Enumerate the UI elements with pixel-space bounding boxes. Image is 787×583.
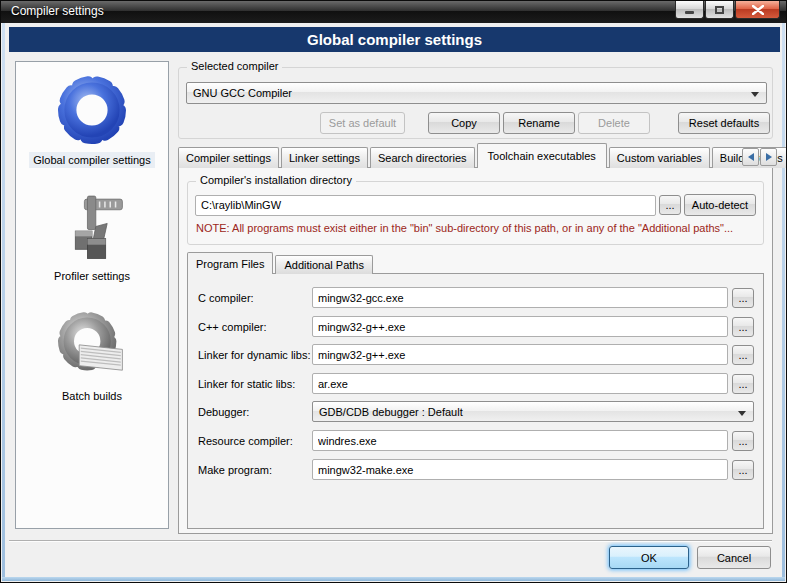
sidebar-item-label: Batch builds (58, 388, 126, 404)
selected-compiler-group: Selected compiler GNU GCC Compiler Set a… (178, 67, 773, 139)
minimize-button[interactable] (675, 1, 704, 19)
ok-button[interactable]: OK (609, 546, 689, 569)
settings-category-sidebar: Global compiler settings Profiler settin… (15, 61, 169, 529)
tab-custom-variables[interactable]: Custom variables (609, 147, 710, 168)
c-compiler-row: C compiler: ... (198, 287, 754, 308)
compiler-settings-dialog: Compiler settings Global compiler settin… (0, 0, 787, 583)
gray-gear-stack-icon (52, 306, 132, 386)
dynamic-linker-label: Linker for dynamic libs: (198, 349, 312, 361)
cpp-compiler-browse-button[interactable]: ... (732, 317, 754, 337)
chevron-down-icon (738, 411, 746, 416)
delete-button[interactable]: Delete (578, 112, 650, 134)
installation-directory-input[interactable] (195, 195, 656, 216)
make-program-label: Make program: (198, 464, 312, 476)
tab-search-directories[interactable]: Search directories (370, 147, 475, 168)
maximize-button[interactable] (705, 1, 734, 19)
close-button[interactable] (735, 1, 780, 19)
installation-directory-label: Compiler's installation directory (196, 174, 356, 186)
sidebar-item-label: Profiler settings (50, 268, 134, 284)
cpp-compiler-label: C++ compiler: (198, 321, 312, 333)
arrow-left-icon (748, 153, 754, 161)
c-compiler-browse-button[interactable]: ... (732, 288, 754, 308)
compiler-select[interactable]: GNU GCC Compiler (186, 82, 767, 104)
dynamic-linker-browse-button[interactable]: ... (732, 345, 754, 365)
cancel-button[interactable]: Cancel (697, 546, 771, 569)
resource-compiler-label: Resource compiler: (198, 435, 312, 447)
maximize-icon (715, 6, 724, 14)
copy-button[interactable]: Copy (428, 112, 500, 134)
resource-compiler-input[interactable] (312, 430, 728, 451)
reset-defaults-button[interactable]: Reset defaults (678, 112, 770, 134)
dynamic-linker-input[interactable] (312, 344, 728, 365)
program-files-panel: C compiler: ... C++ compiler: ... Linker… (187, 273, 764, 529)
sidebar-item-global-compiler-settings[interactable]: Global compiler settings (29, 70, 154, 168)
compiler-select-value: GNU GCC Compiler (193, 87, 292, 99)
tab-scroll-right-button[interactable] (760, 148, 777, 166)
caliper-icon (54, 190, 130, 266)
browse-directory-button[interactable]: ... (659, 195, 681, 215)
sidebar-item-batch-builds[interactable]: Batch builds (52, 306, 132, 404)
auto-detect-button[interactable]: Auto-detect (684, 194, 756, 216)
title-bar[interactable]: Compiler settings (1, 1, 786, 23)
static-linker-row: Linker for static libs: ... (198, 373, 754, 394)
tab-compiler-settings[interactable]: Compiler settings (178, 147, 279, 168)
arrow-right-icon (766, 153, 772, 161)
window-title: Compiler settings (11, 4, 104, 18)
static-linker-input[interactable] (312, 373, 728, 394)
subtab-additional-paths[interactable]: Additional Paths (275, 255, 373, 274)
resource-compiler-row: Resource compiler: ... (198, 430, 754, 451)
make-program-input[interactable] (312, 459, 728, 480)
footer-divider (9, 540, 772, 542)
cpp-compiler-input[interactable] (312, 316, 728, 337)
set-as-default-button[interactable]: Set as default (320, 112, 405, 134)
compiler-tabs: Compiler settings Linker settings Search… (178, 146, 787, 168)
installation-note: NOTE: All programs must exist either in … (196, 222, 759, 234)
debugger-label: Debugger: (198, 406, 312, 418)
close-icon (752, 5, 764, 15)
resource-compiler-browse-button[interactable]: ... (732, 431, 754, 451)
cpp-compiler-row: C++ compiler: ... (198, 316, 754, 337)
tab-toolchain-executables[interactable]: Toolchain executables (477, 143, 607, 168)
subtab-program-files[interactable]: Program Files (187, 252, 273, 274)
blue-gear-icon (52, 70, 132, 150)
debugger-row: Debugger: GDB/CDB debugger : Default (198, 401, 754, 422)
window-frame-bottom (2, 577, 785, 581)
static-linker-browse-button[interactable]: ... (732, 374, 754, 394)
tab-linker-settings[interactable]: Linker settings (281, 147, 368, 168)
make-program-browse-button[interactable]: ... (732, 460, 754, 480)
minimize-icon (685, 11, 694, 14)
c-compiler-label: C compiler: (198, 292, 312, 304)
selected-compiler-label: Selected compiler (187, 60, 282, 72)
chevron-down-icon (751, 92, 759, 97)
program-files-tabs: Program Files Additional Paths (187, 254, 375, 274)
make-program-row: Make program: ... (198, 459, 754, 480)
dynamic-linker-row: Linker for dynamic libs: ... (198, 344, 754, 365)
tab-scroll-left-button[interactable] (742, 148, 759, 166)
rename-button[interactable]: Rename (503, 112, 575, 134)
installation-directory-group: Compiler's installation directory ... Au… (187, 181, 764, 245)
page-title: Global compiler settings (9, 27, 780, 52)
c-compiler-input[interactable] (312, 287, 728, 308)
window-frame-right (782, 23, 785, 581)
sidebar-item-label: Global compiler settings (29, 152, 154, 168)
static-linker-label: Linker for static libs: (198, 378, 312, 390)
debugger-select-value: GDB/CDB debugger : Default (319, 406, 463, 418)
window-frame-left (2, 23, 5, 581)
debugger-select[interactable]: GDB/CDB debugger : Default (312, 401, 754, 422)
sidebar-item-profiler-settings[interactable]: Profiler settings (50, 190, 134, 284)
